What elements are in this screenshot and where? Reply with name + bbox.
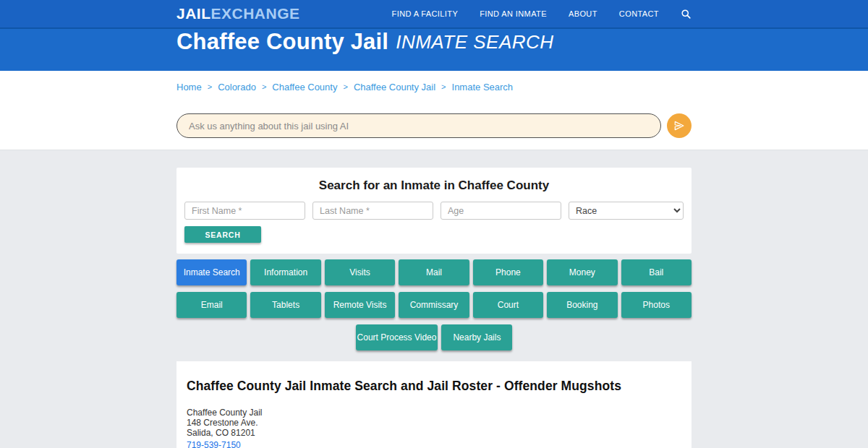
- tab-mail[interactable]: Mail: [399, 259, 469, 285]
- logo-text-exchange: EXCHANGE: [211, 5, 300, 22]
- breadcrumb-separator: >: [262, 82, 266, 91]
- tab-tablets[interactable]: Tablets: [250, 292, 320, 318]
- ai-search-row: [176, 113, 692, 138]
- jail-section-tabs: Inmate SearchInformationVisitsMailPhoneM…: [176, 259, 692, 350]
- main-content: Search for an Inmate in Chaffee County R…: [0, 150, 868, 448]
- search-button[interactable]: SEARCH: [184, 226, 261, 243]
- inmate-search-title: Search for an Inmate in Chaffee County: [184, 178, 684, 193]
- inmate-search-card: Search for an Inmate in Chaffee County R…: [176, 168, 692, 254]
- breadcrumb-item-colorado[interactable]: Colorado: [218, 82, 256, 92]
- nav-item-contact[interactable]: CONTACT: [619, 9, 659, 18]
- ai-search-pill: [176, 113, 661, 138]
- logo-text-jail: JAIL: [176, 5, 211, 22]
- tab-row: Court Process VideoNearby Jails: [176, 324, 692, 350]
- nav-links: FIND A FACILITYFIND AN INMATEABOUTCONTAC…: [392, 9, 659, 18]
- tab-visits[interactable]: Visits: [325, 259, 395, 285]
- tab-money[interactable]: Money: [547, 259, 617, 285]
- tab-court[interactable]: Court: [473, 292, 543, 318]
- jail-address: Chaffee County Jail148 Crestone Ave.Sali…: [187, 408, 681, 438]
- tab-bail[interactable]: Bail: [621, 259, 692, 285]
- nav-item-about[interactable]: ABOUT: [569, 9, 597, 18]
- info-heading: Chaffee County Jail Inmate Search and Ja…: [187, 379, 681, 394]
- race-select[interactable]: Race: [569, 202, 684, 220]
- tab-court-process-video[interactable]: Court Process Video: [356, 324, 438, 350]
- breadcrumb: Home>Colorado>Chaffee County>Chaffee Cou…: [176, 81, 692, 92]
- breadcrumb-item-chaffee-county-jail[interactable]: Chaffee County Jail: [354, 82, 435, 92]
- inmate-form-row: Race: [184, 202, 684, 220]
- breadcrumb-search-strip: Home>Colorado>Chaffee County>Chaffee Cou…: [0, 71, 868, 150]
- address-line: Chaffee County Jail: [187, 408, 681, 418]
- age-input[interactable]: [441, 202, 561, 220]
- banner-title: Chaffee County Jail: [176, 29, 388, 55]
- breadcrumb-separator: >: [343, 82, 347, 91]
- breadcrumb-item-chaffee-county[interactable]: Chaffee County: [272, 82, 337, 92]
- site-logo[interactable]: JAILEXCHANGE: [176, 5, 300, 22]
- page-banner: Chaffee County Jail INMATE SEARCH: [0, 27, 868, 71]
- search-icon[interactable]: [681, 9, 692, 20]
- first-name-input[interactable]: [184, 202, 305, 220]
- tab-phone[interactable]: Phone: [473, 259, 543, 285]
- tab-remote-visits[interactable]: Remote Visits: [325, 292, 395, 318]
- address-line: 148 Crestone Ave.: [187, 418, 681, 428]
- tab-information[interactable]: Information: [250, 259, 320, 285]
- tab-inmate-search[interactable]: Inmate Search: [176, 259, 247, 285]
- tab-email[interactable]: Email: [176, 292, 247, 318]
- breadcrumb-item-home[interactable]: Home: [176, 82, 202, 92]
- tab-row: Inmate SearchInformationVisitsMailPhoneM…: [176, 259, 692, 285]
- last-name-input[interactable]: [312, 202, 433, 220]
- tab-booking[interactable]: Booking: [547, 292, 617, 318]
- breadcrumb-item-inmate-search[interactable]: Inmate Search: [452, 82, 514, 92]
- top-header: JAILEXCHANGE FIND A FACILITYFIND AN INMA…: [0, 0, 868, 27]
- tab-photos[interactable]: Photos: [621, 292, 692, 318]
- tab-nearby-jails[interactable]: Nearby Jails: [441, 324, 512, 350]
- address-line: Salida, CO 81201: [187, 428, 681, 438]
- breadcrumb-separator: >: [208, 82, 212, 91]
- jail-info-card: Chaffee County Jail Inmate Search and Ja…: [176, 361, 692, 448]
- page-title: Chaffee County Jail INMATE SEARCH: [176, 29, 692, 55]
- ai-search-input[interactable]: [189, 121, 649, 132]
- tab-commissary[interactable]: Commissary: [399, 292, 469, 318]
- breadcrumb-separator: >: [441, 82, 446, 91]
- ai-send-button[interactable]: [667, 113, 692, 138]
- jail-phone-link[interactable]: 719-539-7150: [187, 440, 241, 448]
- banner-subtitle: INMATE SEARCH: [396, 31, 553, 53]
- paper-plane-icon: [673, 120, 685, 132]
- tab-row: EmailTabletsRemote VisitsCommissaryCourt…: [176, 292, 692, 318]
- nav-item-find-a-facility[interactable]: FIND A FACILITY: [392, 9, 459, 18]
- nav-item-find-an-inmate[interactable]: FIND AN INMATE: [480, 9, 547, 18]
- top-nav: FIND A FACILITYFIND AN INMATEABOUTCONTAC…: [392, 9, 692, 20]
